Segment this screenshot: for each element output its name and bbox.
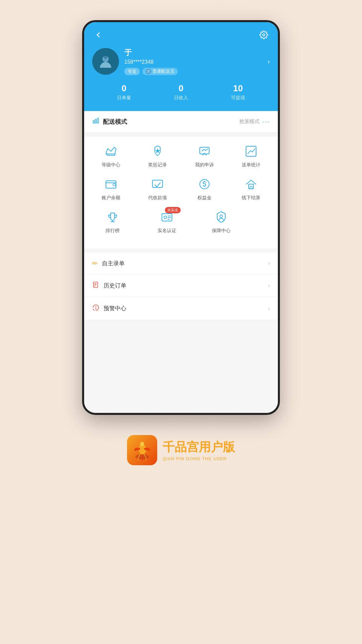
delivery-mode-icon bbox=[92, 117, 100, 126]
svg-rect-11 bbox=[106, 181, 116, 188]
profile-row[interactable]: 于 158****2348 专送 宫 普通配送员 › bbox=[92, 48, 270, 75]
back-button[interactable] bbox=[92, 29, 104, 41]
settings-button[interactable] bbox=[258, 29, 270, 41]
shield-star-icon: ★ bbox=[149, 143, 166, 159]
shield-person-icon bbox=[213, 209, 229, 225]
grid-label-equity: 权益金 bbox=[197, 195, 212, 201]
svg-rect-17 bbox=[249, 184, 253, 189]
stats-row: 0 日单量 0 日收入 10 可提现 bbox=[92, 83, 270, 101]
grid-label-stats: 送单统计 bbox=[242, 162, 260, 168]
grid-label-payment: 代收款项 bbox=[148, 195, 167, 201]
phone-frame: 于 158****2348 专送 宫 普通配送员 › 0 日单量 0 日收入 bbox=[82, 20, 280, 415]
realname-badge: 未实名 bbox=[165, 207, 181, 213]
svg-text:★: ★ bbox=[156, 149, 160, 153]
profile-name: 于 bbox=[124, 48, 262, 58]
delivery-mode-card[interactable]: 配送模式 抢派模式 ··· bbox=[84, 111, 278, 132]
svg-point-0 bbox=[263, 34, 265, 36]
grid-item-stats[interactable]: 送单统计 bbox=[233, 143, 269, 168]
bottom-logo: 千品宫用户版 QIAN PIN GONG THE USER bbox=[127, 435, 235, 465]
list-item-warning-left: 预警中心 bbox=[92, 304, 126, 313]
mode-dots[interactable]: ··· bbox=[262, 118, 270, 125]
payment-icon bbox=[149, 176, 166, 192]
grid-item-equity[interactable]: 权益金 bbox=[186, 176, 223, 201]
svg-rect-12 bbox=[113, 184, 116, 186]
svg-point-22 bbox=[164, 216, 167, 219]
list-item-history-left: 历史订单 bbox=[92, 281, 126, 290]
avatar bbox=[92, 48, 119, 75]
app-name: 千品宫用户版 bbox=[163, 439, 235, 455]
tag-putong-icon: 宫 bbox=[146, 69, 151, 74]
app-logo-icon bbox=[127, 435, 157, 465]
svg-rect-7 bbox=[107, 154, 115, 155]
svg-rect-6 bbox=[98, 118, 99, 123]
mode-text: 抢派模式 bbox=[239, 118, 259, 125]
logo-row: 千品宫用户版 QIAN PIN GONG THE USER bbox=[127, 435, 235, 465]
warning-icon bbox=[92, 304, 100, 313]
stat-daily-orders: 0 日单量 bbox=[96, 83, 153, 101]
grid-label-realname: 实名认证 bbox=[158, 228, 176, 234]
delivery-mode-right: 抢派模式 ··· bbox=[239, 118, 270, 125]
pencil-icon: ✏ bbox=[92, 259, 98, 267]
header-section: 于 158****2348 专送 宫 普通配送员 › 0 日单量 0 日收入 bbox=[84, 22, 278, 111]
list-item-warning-text: 预警中心 bbox=[104, 305, 126, 312]
svg-rect-21 bbox=[162, 214, 172, 221]
main-content: 配送模式 抢派模式 ··· 等级中心 ★ bbox=[84, 111, 278, 413]
tag-putong: 宫 普通配送员 bbox=[142, 68, 178, 75]
trophy-icon bbox=[105, 209, 121, 225]
list-item-self-order-text: 自主录单 bbox=[102, 260, 125, 267]
profile-info: 于 158****2348 专送 宫 普通配送员 bbox=[124, 48, 262, 75]
wallet-icon bbox=[103, 176, 119, 192]
logo-text-block: 千品宫用户版 QIAN PIN GONG THE USER bbox=[163, 439, 235, 461]
grid-item-appeal[interactable]: 我的申诉 bbox=[186, 143, 223, 168]
delivery-mode-title: 配送模式 bbox=[103, 118, 127, 126]
svg-point-33 bbox=[140, 442, 144, 446]
grid-label-security: 保障中心 bbox=[212, 228, 231, 234]
chart-up-icon bbox=[243, 143, 259, 159]
grid-item-rewards[interactable]: ★ 奖惩记录 bbox=[139, 143, 176, 168]
svg-rect-4 bbox=[93, 120, 95, 123]
list-item-self-order[interactable]: ✏ 自主录单 › bbox=[84, 253, 278, 274]
home-settle-icon bbox=[243, 176, 259, 192]
svg-rect-18 bbox=[250, 186, 252, 189]
delivery-mode-left: 配送模式 bbox=[92, 117, 127, 126]
grid-item-ranking[interactable]: 排行榜 bbox=[94, 209, 131, 234]
grid-item-realname[interactable]: 未实名 实名认证 bbox=[148, 209, 185, 234]
tag-zhuansong: 专送 bbox=[124, 68, 140, 75]
list-item-history[interactable]: 历史订单 › bbox=[84, 274, 278, 297]
grid-item-offline[interactable]: 线下结算 bbox=[233, 176, 269, 201]
tags-row: 专送 宫 普通配送员 bbox=[124, 68, 262, 75]
stat-withdrawable: 10 可提现 bbox=[209, 83, 266, 101]
grid-row-2: 账户余额 代收款项 权益金 bbox=[87, 176, 275, 201]
grid-label-rewards: 奖惩记录 bbox=[148, 162, 167, 168]
grid-item-security[interactable]: 保障中心 bbox=[203, 209, 240, 234]
profile-arrow[interactable]: › bbox=[267, 58, 270, 65]
list-item-history-text: 历史订单 bbox=[104, 282, 126, 289]
coin-circle-icon bbox=[196, 176, 213, 192]
grid-label-appeal: 我的申诉 bbox=[195, 162, 214, 168]
svg-rect-3 bbox=[104, 56, 107, 58]
header-top bbox=[92, 29, 270, 41]
svg-rect-5 bbox=[95, 119, 97, 123]
svg-point-31 bbox=[96, 309, 96, 309]
crown-icon bbox=[103, 143, 119, 159]
list-item-self-order-left: ✏ 自主录单 bbox=[92, 259, 125, 267]
grid-label-level: 等级中心 bbox=[102, 162, 120, 168]
list-item-warning-arrow: › bbox=[268, 306, 270, 312]
grid-label-balance: 账户余额 bbox=[102, 195, 120, 201]
grid-row-1: 等级中心 ★ 奖惩记录 我的申诉 bbox=[87, 143, 275, 168]
svg-point-26 bbox=[220, 215, 223, 218]
history-icon bbox=[92, 281, 100, 290]
list-item-self-order-arrow: › bbox=[268, 260, 270, 266]
grid-row-3: 排行榜 未实名 实名认证 保障中心 bbox=[87, 209, 275, 234]
grid-item-balance[interactable]: 账户余额 bbox=[93, 176, 129, 201]
list-item-history-arrow: › bbox=[268, 283, 270, 289]
grid-item-payment[interactable]: 代收款项 bbox=[139, 176, 176, 201]
list-item-warning[interactable]: 预警中心 › bbox=[84, 297, 278, 320]
stat-daily-income: 0 日收入 bbox=[153, 83, 209, 101]
message-chart-icon bbox=[196, 143, 213, 159]
profile-phone: 158****2348 bbox=[124, 59, 262, 65]
grid-label-ranking: 排行榜 bbox=[106, 228, 120, 234]
grid-menu: 等级中心 ★ 奖惩记录 我的申诉 bbox=[84, 137, 278, 249]
app-subtitle: QIAN PIN GONG THE USER bbox=[163, 456, 235, 461]
grid-item-level[interactable]: 等级中心 bbox=[93, 143, 129, 168]
